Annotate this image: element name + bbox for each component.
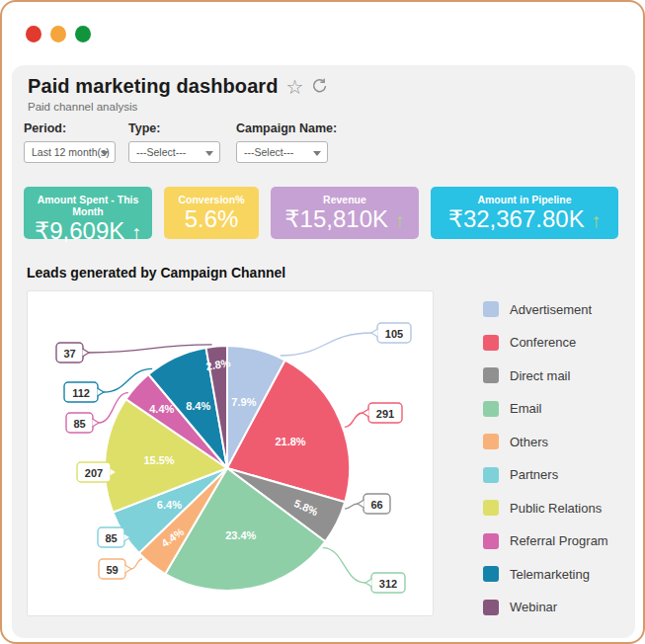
kpi-value: ₹32,367.80K: [448, 205, 585, 232]
chart-section-title: Leads generated by Campaign Channel: [27, 265, 285, 281]
up-arrow-icon: ↑: [131, 221, 141, 243]
period-label: Period:: [24, 121, 116, 135]
kpi-conversion[interactable]: Conversion% 5.6%: [164, 187, 259, 239]
filter-period: Period: Last 12 month(s): [24, 121, 116, 163]
kpi-label: Amount Spent - This Month: [24, 194, 152, 217]
refresh-icon[interactable]: [311, 78, 328, 95]
legend-swatch: [483, 566, 499, 582]
campaign-name-select[interactable]: ---Select---: [236, 141, 328, 163]
legend-swatch: [483, 600, 499, 615]
filter-campaign-name: Campaign Name: ---Select---: [236, 121, 337, 163]
slice-callout-value: 59: [106, 564, 118, 576]
chart-legend: AdvertisementConferenceDirect mailEmailO…: [483, 301, 608, 632]
legend-swatch: [483, 367, 499, 383]
slice-callout-value: 66: [370, 499, 382, 511]
kpi-label: Revenue: [271, 194, 419, 205]
legend-item-conference[interactable]: Conference: [483, 335, 608, 351]
dashboard-header: Paid marketing dashboard ☆: [28, 75, 328, 98]
legend-label: Conference: [510, 335, 576, 350]
kpi-value: ₹15,810K: [284, 205, 388, 232]
filter-type: Type: ---Select---: [128, 121, 220, 163]
up-arrow-icon: ↑: [591, 209, 601, 231]
callout-tail: [358, 500, 364, 508]
kpi-amount-in-pipeline[interactable]: Amount in Pipeline ₹32,367.80K ↑: [431, 187, 618, 239]
window-controls: [26, 26, 91, 42]
kpi-label: Amount in Pipeline: [431, 194, 618, 205]
callout-tail: [83, 349, 90, 357]
chevron-down-icon: [313, 151, 321, 156]
legend-label: Advertisement: [510, 302, 592, 317]
callout-tail: [125, 565, 132, 573]
slice-callout-value: 291: [376, 408, 394, 420]
browser-window: Paid marketing dashboard ☆ Paid channel …: [0, 0, 645, 644]
legend-label: Telemarketing: [510, 567, 590, 582]
legend-item-public-relations[interactable]: Public Relations: [483, 500, 608, 516]
kpi-row: Amount Spent - This Month ₹9,609K ↑ Conv…: [24, 187, 618, 239]
slice-percent-label: 21.8%: [275, 436, 305, 447]
legend-label: Direct mail: [510, 368, 570, 383]
callout-tail: [363, 409, 369, 417]
legend-item-telemarketing[interactable]: Telemarketing: [483, 566, 608, 582]
callout-leader-line: [323, 548, 365, 583]
legend-label: Referral Program: [510, 533, 608, 548]
zoom-window-dot[interactable]: [75, 26, 91, 42]
filters-bar: Period: Last 12 month(s) Type: ---Select…: [12, 121, 635, 171]
campaign-name-select-value: ---Select---: [244, 146, 293, 158]
callout-leader-line: [345, 504, 358, 509]
legend-swatch: [483, 401, 499, 417]
kpi-value: ₹9,609K: [35, 217, 124, 244]
slice-percent-label: 7.9%: [231, 396, 256, 408]
chevron-down-icon: [205, 151, 213, 156]
legend-swatch: [483, 533, 499, 549]
legend-swatch: [483, 301, 499, 317]
pie-chart-panel: 7.9%21.8%5.8%23.4%4.4%6.4%15.5%4.4%8.4%2…: [27, 290, 434, 616]
pie-chart[interactable]: 7.9%21.8%5.8%23.4%4.4%6.4%15.5%4.4%8.4%2…: [28, 291, 433, 615]
legend-item-advertisement[interactable]: Advertisement: [483, 301, 608, 317]
up-arrow-icon: ↑: [395, 209, 405, 231]
type-select[interactable]: ---Select---: [128, 141, 220, 163]
type-select-value: ---Select---: [136, 146, 186, 158]
minimize-window-dot[interactable]: [50, 26, 66, 42]
kpi-value: 5.6%: [185, 205, 239, 232]
close-window-dot[interactable]: [26, 26, 41, 42]
slice-percent-label: 15.5%: [143, 454, 174, 466]
kpi-amount-spent[interactable]: Amount Spent - This Month ₹9,609K ↑: [24, 187, 152, 239]
slice-percent-label: 4.4%: [149, 403, 174, 415]
callout-leader-line: [131, 559, 142, 569]
callout-tail: [93, 419, 100, 427]
legend-label: Email: [510, 401, 542, 416]
legend-label: Webinar: [510, 600, 557, 614]
legend-swatch: [483, 467, 499, 483]
period-select-value: Last 12 month(s): [32, 146, 110, 158]
favorite-star-icon[interactable]: ☆: [286, 77, 304, 97]
legend-label: Others: [510, 435, 548, 449]
period-select[interactable]: Last 12 month(s): [24, 141, 116, 163]
slice-percent-label: 8.4%: [186, 400, 210, 412]
legend-swatch: [483, 434, 499, 449]
legend-swatch: [483, 335, 499, 351]
legend-item-others[interactable]: Others: [483, 434, 608, 449]
slice-callout-value: 312: [379, 578, 397, 590]
slice-percent-label: 23.4%: [225, 529, 256, 541]
type-label: Type:: [128, 121, 220, 135]
callout-leader-line: [345, 413, 363, 427]
campaign-name-label: Campaign Name:: [236, 121, 337, 135]
legend-item-webinar[interactable]: Webinar: [483, 600, 608, 615]
legend-item-partners[interactable]: Partners: [483, 467, 608, 483]
slice-percent-label: 6.4%: [157, 499, 182, 511]
slice-callout-value: 85: [105, 532, 117, 544]
legend-label: Partners: [510, 467, 558, 482]
slice-callout-value: 207: [85, 467, 103, 479]
legend-item-referral-program[interactable]: Referral Program: [483, 533, 608, 549]
legend-item-direct-mail[interactable]: Direct mail: [483, 367, 608, 383]
callout-leader-line: [281, 333, 371, 356]
slice-callout-value: 112: [72, 387, 90, 399]
kpi-revenue[interactable]: Revenue ₹15,810K ↑: [271, 187, 419, 239]
legend-swatch: [483, 500, 499, 516]
kpi-label: Conversion%: [164, 194, 259, 205]
legend-item-email[interactable]: Email: [483, 401, 608, 417]
callout-tail: [98, 388, 105, 396]
callout-tail: [371, 329, 378, 337]
callout-tail: [365, 579, 372, 587]
chevron-down-icon: [101, 151, 109, 156]
